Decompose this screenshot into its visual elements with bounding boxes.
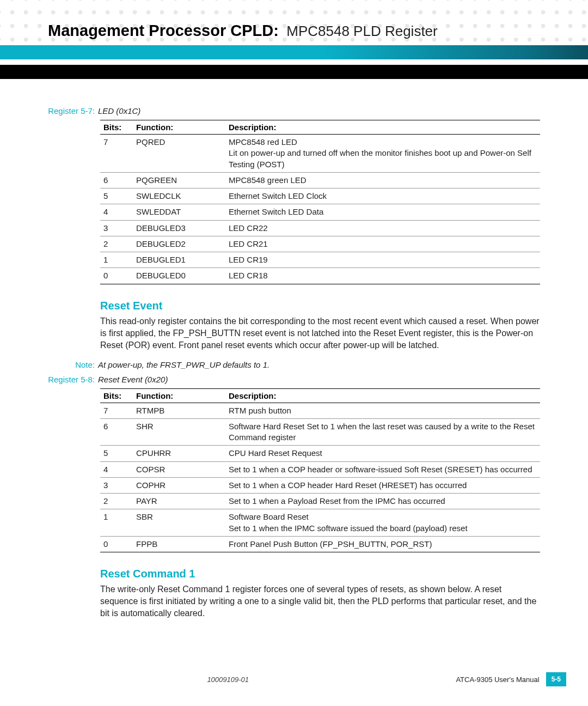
cell-description: Software Board Reset Set to 1 when the I… (225, 509, 540, 537)
cell-function: DEBUGLED0 (133, 268, 225, 284)
cell-bits: 4 (100, 204, 133, 220)
cell-description: Front Panel Push Button (FP_PSH_BUTTN, P… (225, 536, 540, 552)
cell-function: SHR (133, 418, 225, 446)
col-bits-header: Bits: (100, 388, 133, 403)
table-row: 1DEBUGLED1LED CR19 (100, 252, 540, 268)
footer: 10009109-01 ATCA-9305 User's Manual 5-5 (0, 672, 588, 686)
col-description-header: Description: (225, 120, 540, 135)
col-function-header: Function: (133, 388, 225, 403)
page-title-bold: Management Processor CPLD: (48, 22, 279, 39)
bar-cyan (0, 45, 588, 59)
cell-function: RTMPB (133, 403, 225, 418)
table-row: 2PAYRSet to 1 when a Payload Reset from … (100, 494, 540, 509)
note-row: Note: At power-up, the FRST_PWR_UP defau… (48, 360, 540, 369)
cell-bits: 3 (100, 477, 133, 493)
page-title-light: MPC8548 PLD Register (286, 23, 437, 39)
cell-description: LED CR18 (225, 268, 540, 284)
cell-description: CPU Hard Reset Request (225, 446, 540, 461)
register-58-label: Register 5-8: (48, 375, 98, 384)
table-row: 3DEBUGLED3LED CR22 (100, 220, 540, 236)
cell-description: Ethernet Switch LED Clock (225, 188, 540, 204)
cell-function: SWLEDDAT (133, 204, 225, 220)
page-title: Management Processor CPLD: MPC8548 PLD R… (0, 0, 588, 45)
table-row: 6PQGREENMPC8548 green LED (100, 172, 540, 188)
cell-description: MPC8548 red LED Lit on power-up and turn… (225, 135, 540, 173)
cell-function: FPPB (133, 536, 225, 552)
table-row: 7PQREDMPC8548 red LED Lit on power-up an… (100, 135, 540, 173)
reset-event-heading: Reset Event (100, 300, 540, 312)
cell-function: DEBUGLED1 (133, 252, 225, 268)
cell-bits: 7 (100, 403, 133, 418)
register-57-table: Bits: Function: Description: 7PQREDMPC85… (100, 120, 540, 284)
register-57-title: LED (0x1C) (98, 106, 140, 115)
cell-description: Set to 1 when a COP header Hard Reset (H… (225, 477, 540, 493)
cell-bits: 2 (100, 236, 133, 252)
table-row: 0DEBUGLED0LED CR18 (100, 268, 540, 284)
cell-bits: 1 (100, 509, 133, 537)
reset-command-body: The write-only Reset Command 1 register … (100, 583, 540, 619)
cell-function: DEBUGLED3 (133, 220, 225, 236)
cell-function: PQRED (133, 135, 225, 173)
note-text: At power-up, the FRST_PWR_UP defaults to… (98, 360, 270, 369)
cell-bits: 6 (100, 172, 133, 188)
cell-function: PAYR (133, 494, 225, 509)
cell-bits: 5 (100, 188, 133, 204)
table-row: 1SBRSoftware Board Reset Set to 1 when t… (100, 509, 540, 537)
cell-bits: 5 (100, 446, 133, 461)
cell-description: RTM push button (225, 403, 540, 418)
content-area: Register 5-7: LED (0x1C) Bits: Function:… (0, 79, 588, 619)
footer-manual: ATCA-9305 User's Manual (456, 675, 539, 684)
cell-description: Set to 1 when a Payload Reset from the I… (225, 494, 540, 509)
cell-function: SBR (133, 509, 225, 537)
cell-bits: 6 (100, 418, 133, 446)
cell-function: CPUHRR (133, 446, 225, 461)
table-row: 5SWLEDCLKEthernet Switch LED Clock (100, 188, 540, 204)
footer-doc-id: 10009109-01 (0, 675, 456, 684)
header-bars (0, 45, 588, 79)
cell-bits: 3 (100, 220, 133, 236)
cell-description: LED CR22 (225, 220, 540, 236)
note-label: Note: (48, 360, 98, 369)
reset-command-heading: Reset Command 1 (100, 568, 540, 580)
bar-black (0, 65, 588, 79)
table-row: 0FPPBFront Panel Push Button (FP_PSH_BUT… (100, 536, 540, 552)
cell-bits: 7 (100, 135, 133, 173)
col-bits-header: Bits: (100, 120, 133, 135)
cell-description: Ethernet Switch LED Data (225, 204, 540, 220)
register-58-table: Bits: Function: Description: 7RTMPBRTM p… (100, 388, 540, 553)
cell-function: DEBUGLED2 (133, 236, 225, 252)
table-row: 6SHRSoftware Hard Reset Set to 1 when th… (100, 418, 540, 446)
table-row: 3COPHRSet to 1 when a COP header Hard Re… (100, 477, 540, 493)
col-description-header: Description: (225, 388, 540, 403)
table-row: 4COPSRSet to 1 when a COP header or soft… (100, 461, 540, 477)
cell-bits: 0 (100, 536, 133, 552)
register-57-label-row: Register 5-7: LED (0x1C) (48, 106, 540, 115)
register-57-label: Register 5-7: (48, 106, 98, 115)
cell-description: LED CR19 (225, 252, 540, 268)
register-58-title: Reset Event (0x20) (98, 375, 168, 384)
col-function-header: Function: (133, 120, 225, 135)
table-row: 4SWLEDDATEthernet Switch LED Data (100, 204, 540, 220)
table-row: 5CPUHRRCPU Hard Reset Request (100, 446, 540, 461)
cell-description: MPC8548 green LED (225, 172, 540, 188)
cell-description: Set to 1 when a COP header or software-i… (225, 461, 540, 477)
cell-function: SWLEDCLK (133, 188, 225, 204)
cell-bits: 2 (100, 494, 133, 509)
cell-description: LED CR21 (225, 236, 540, 252)
cell-bits: 1 (100, 252, 133, 268)
cell-function: PQGREEN (133, 172, 225, 188)
reset-event-body: This read-only register contains the bit… (100, 315, 540, 351)
footer-page-number: 5-5 (546, 672, 566, 686)
cell-bits: 4 (100, 461, 133, 477)
register-58-label-row: Register 5-8: Reset Event (0x20) (48, 375, 540, 384)
cell-function: COPSR (133, 461, 225, 477)
cell-bits: 0 (100, 268, 133, 284)
table-row: 2DEBUGLED2LED CR21 (100, 236, 540, 252)
table-row: 7RTMPBRTM push button (100, 403, 540, 418)
cell-description: Software Hard Reset Set to 1 when the la… (225, 418, 540, 446)
cell-function: COPHR (133, 477, 225, 493)
